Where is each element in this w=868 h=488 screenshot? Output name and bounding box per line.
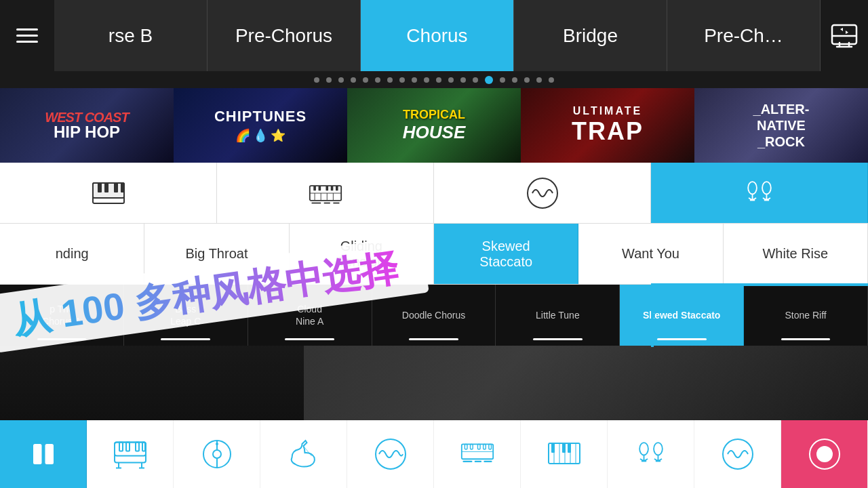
svg-rect-5 <box>104 183 108 192</box>
svg-rect-65 <box>562 443 566 453</box>
genre-west-coast[interactable]: WEST COAST HIP HOP <box>0 88 174 163</box>
tab-bridge[interactable]: Bridge <box>514 0 667 71</box>
svg-rect-52 <box>477 444 480 449</box>
svg-rect-35 <box>136 443 139 451</box>
svg-point-45 <box>216 443 218 445</box>
genre-tropical-line1: TROPICAL <box>403 108 465 122</box>
dot-3[interactable] <box>338 77 344 83</box>
genre-banner-row: WEST COAST HIP HOP CHIPTUNES 🌈 💧 ⭐ TROPI… <box>0 88 868 163</box>
guitar-elect-icon <box>287 437 321 471</box>
instrument-waveform[interactable] <box>434 163 651 223</box>
svg-rect-30 <box>45 444 54 464</box>
record-icon <box>808 437 842 471</box>
style-want-you[interactable]: Want You <box>578 224 723 284</box>
microphone-tb-icon <box>634 437 668 471</box>
dot-15-active[interactable] <box>485 76 493 84</box>
tab-pre-chorus-2[interactable]: Pre-Ch… <box>667 0 821 71</box>
hamburger-menu-button[interactable] <box>0 0 54 71</box>
style-white-rise[interactable]: White Rise <box>724 224 868 284</box>
dot-7[interactable] <box>387 77 393 83</box>
dot-19[interactable] <box>536 77 542 83</box>
keyboard-icon <box>309 176 342 210</box>
svg-rect-0 <box>832 25 856 44</box>
instrument-microphone[interactable] <box>651 163 868 223</box>
instrument-piano[interactable] <box>0 163 217 223</box>
svg-point-75 <box>816 446 833 462</box>
dot-4[interactable] <box>351 77 356 83</box>
dot-17[interactable] <box>512 77 517 83</box>
genre-west-coast-line2: HIP HOP <box>45 124 128 140</box>
svg-point-70 <box>654 443 663 455</box>
tab-verse-b[interactable]: rse B <box>54 0 208 71</box>
svg-rect-10 <box>313 186 316 190</box>
dot-10[interactable] <box>424 77 429 83</box>
screen-icon-button[interactable] <box>821 0 868 71</box>
svg-point-47 <box>376 439 406 469</box>
svg-rect-13 <box>330 186 333 190</box>
dot-13[interactable] <box>460 77 466 83</box>
toolbar-wave-button[interactable] <box>347 420 434 488</box>
svg-rect-4 <box>98 183 102 192</box>
svg-rect-50 <box>465 444 467 449</box>
loop-little-tune[interactable]: Little Tune <box>496 285 620 346</box>
svg-rect-12 <box>326 186 328 190</box>
style-nding[interactable]: nding <box>0 224 144 284</box>
toolbar-keyboard-button[interactable] <box>434 420 521 488</box>
dot-18[interactable] <box>524 77 530 83</box>
dot-20[interactable] <box>549 77 554 83</box>
svg-point-42 <box>213 450 221 458</box>
wave-icon <box>374 437 408 471</box>
toolbar-guitar-spin-button[interactable] <box>174 420 260 488</box>
genre-west-coast-line1: WEST COAST <box>45 110 128 124</box>
piano-keys-icon <box>547 437 581 471</box>
svg-rect-7 <box>121 183 124 192</box>
loop-skewed-staccato[interactable]: Skewed Staccato <box>620 285 744 346</box>
svg-rect-66 <box>568 443 571 453</box>
dot-8[interactable] <box>399 77 405 83</box>
svg-rect-33 <box>119 443 123 451</box>
genre-trap-line2: TRAP <box>572 117 644 146</box>
dot-2[interactable] <box>326 77 332 83</box>
pause-icon <box>26 437 60 471</box>
bottom-toolbar <box>0 420 868 488</box>
genre-trap[interactable]: ULTIMATE TRAP <box>521 88 694 163</box>
style-skewed-staccato[interactable]: SkewedStaccato <box>434 224 578 284</box>
toolbar-piano-keys-button[interactable] <box>521 420 608 488</box>
toolbar-mic-button[interactable] <box>608 420 694 488</box>
dot-9[interactable] <box>412 77 417 83</box>
dot-12[interactable] <box>448 77 454 83</box>
tab-chorus[interactable]: Chorus <box>361 0 514 71</box>
toolbar-guitar-elect-button[interactable] <box>260 420 347 488</box>
genre-chiptunes[interactable]: CHIPTUNES 🌈 💧 ⭐ <box>174 88 347 163</box>
svg-point-73 <box>723 439 753 469</box>
svg-point-26 <box>762 182 771 194</box>
toolbar-record-button[interactable] <box>781 420 868 488</box>
svg-rect-6 <box>114 183 118 192</box>
genre-alternative[interactable]: _ALTER-NATIVE_ROCK <box>694 88 868 163</box>
svg-point-23 <box>748 182 757 194</box>
instrument-keyboard[interactable] <box>217 163 434 223</box>
waveform-tb-icon <box>721 437 755 471</box>
genre-alternative-label: _ALTER-NATIVE_ROCK <box>753 101 810 150</box>
genre-tropical[interactable]: TROPICAL HOUSE <box>347 88 521 163</box>
dot-14[interactable] <box>473 77 478 83</box>
dot-1[interactable] <box>314 77 319 83</box>
svg-rect-14 <box>336 186 338 190</box>
page-indicator <box>0 71 868 88</box>
dot-11[interactable] <box>436 77 441 83</box>
svg-rect-36 <box>142 443 145 451</box>
toolbar-waveform-button[interactable] <box>694 420 781 488</box>
dot-16[interactable] <box>500 77 505 83</box>
toolbar-piano-button[interactable] <box>87 420 174 488</box>
piano-icon <box>92 176 125 210</box>
tab-pre-chorus[interactable]: Pre-Chorus <box>208 0 361 71</box>
guitar-spin-icon <box>200 437 234 471</box>
instrument-row <box>0 163 868 224</box>
dot-5[interactable] <box>363 77 368 83</box>
dot-6[interactable] <box>375 77 380 83</box>
toolbar-pause-button[interactable] <box>0 420 87 488</box>
svg-rect-64 <box>551 443 555 453</box>
loop-stone-riff[interactable]: Stone Riff <box>744 285 868 346</box>
keyboard-tb-icon <box>460 437 494 471</box>
svg-rect-29 <box>33 444 42 464</box>
